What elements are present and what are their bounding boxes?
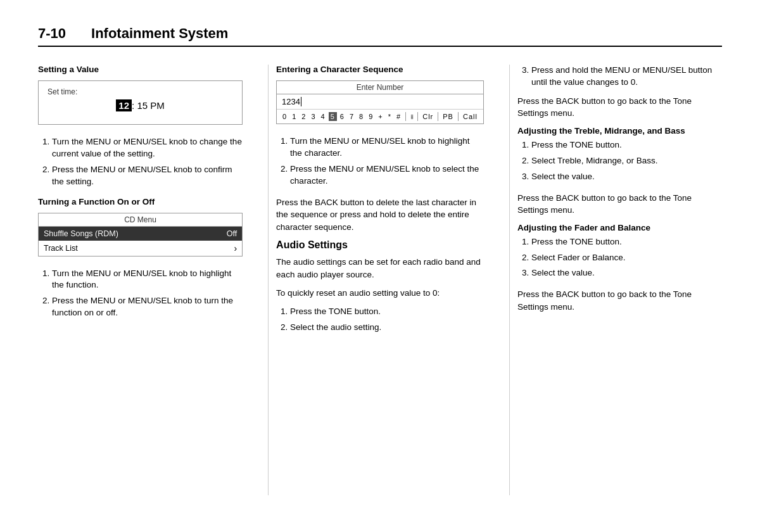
list-item: Select Fader or Balance. xyxy=(531,252,722,264)
kb-key-0: 0 xyxy=(281,112,289,121)
enter-number-box: Enter Number 1234 0 1 2 3 4 5 6 7 8 9 + … xyxy=(276,80,484,124)
kb-key-2: 2 xyxy=(300,112,308,121)
kb-key-4: 4 xyxy=(319,112,327,121)
section1-heading: Setting a Value xyxy=(38,65,243,74)
keyboard-row: 0 1 2 3 4 5 6 7 8 9 + * # ⁞⁞ Clr PB xyxy=(277,110,483,124)
audio-steps-list: Press the TONE button. Select the audio … xyxy=(276,306,484,334)
list-item: Select the value. xyxy=(531,171,722,183)
content-area: Setting a Value Set time: 12: 15 PM Turn… xyxy=(38,65,722,495)
char-steps-list: Turn the MENU or MENU/SEL knob to highli… xyxy=(276,136,484,187)
step3-list: Press and hold the MENU or MENU/SEL butt… xyxy=(517,65,722,89)
list-item: Turn the MENU or MENU/SEL knob to change… xyxy=(52,136,243,160)
back-note-1: Press the BACK button to go back to the … xyxy=(517,95,722,120)
list-item: Press the MENU or MENU/SEL knob to turn … xyxy=(52,295,243,319)
kb-key-6: 6 xyxy=(338,112,346,121)
list-item: Select Treble, Midrange, or Bass. xyxy=(531,155,722,167)
section2-heading: Turning a Function On or Off xyxy=(38,197,243,206)
cd-menu-item-arrow: › xyxy=(234,243,237,253)
section-char-heading: Entering a Character Sequence xyxy=(276,65,484,74)
list-item: Press the MENU or MENU/SEL knob to confi… xyxy=(52,164,243,188)
treble-steps-list: Press the TONE button. Select Treble, Mi… xyxy=(517,139,722,183)
kb-key-5: 5 xyxy=(329,112,337,121)
column-1: Setting a Value Set time: 12: 15 PM Turn… xyxy=(38,65,260,495)
audio-desc: The audio settings can be set for each r… xyxy=(276,256,484,281)
time-highlight: 12 xyxy=(116,99,132,111)
kb-key-star: * xyxy=(386,112,393,121)
time-display: 12: 15 PM xyxy=(48,100,233,111)
divider-2 xyxy=(509,65,510,495)
char-note: Press the BACK button to delete the last… xyxy=(276,196,484,234)
enter-number-title: Enter Number xyxy=(277,81,483,94)
page-number: 7-10 xyxy=(38,25,66,42)
list-item: Press the TONE button. xyxy=(531,236,722,248)
kb-separator-2 xyxy=(417,112,418,121)
kb-key-3: 3 xyxy=(309,112,317,121)
list-item: Press and hold the MENU or MENU/SEL butt… xyxy=(531,65,722,89)
back-note-2: Press the BACK button to go back to the … xyxy=(517,192,722,217)
list-item: Press the MENU or MENU/SEL knob to selec… xyxy=(290,163,484,187)
list-item: Turn the MENU or MENU/SEL knob to highli… xyxy=(52,268,243,292)
cd-menu-title: CD Menu xyxy=(39,213,242,227)
column-2: Entering a Character Sequence Enter Numb… xyxy=(276,65,502,495)
list-item: Select the audio setting. xyxy=(290,322,484,334)
kb-key-8: 8 xyxy=(357,112,365,121)
cd-menu-item-value: Off xyxy=(227,229,237,238)
enter-number-value: 1234 xyxy=(282,97,300,106)
adj-treble-heading: Adjusting the Treble, Midrange, and Bass xyxy=(517,126,722,136)
list-item: Press the TONE button. xyxy=(531,139,722,151)
cd-menu-item-label: Shuffle Songs (RDM) xyxy=(44,229,118,238)
kb-key-9: 9 xyxy=(367,112,375,121)
divider-1 xyxy=(268,65,269,495)
cd-menu-item-tracklist: Track List › xyxy=(39,241,242,256)
kb-key-bars: ⁞⁞ xyxy=(408,113,415,121)
steps2-list: Turn the MENU or MENU/SEL knob to highli… xyxy=(38,268,243,320)
kb-key-call: Call xyxy=(461,112,479,121)
kb-separator-4 xyxy=(458,112,459,121)
list-item: Turn the MENU or MENU/SEL knob to highli… xyxy=(290,136,484,160)
kb-key-7: 7 xyxy=(348,112,356,121)
audio-note: To quickly reset an audio setting value … xyxy=(276,287,484,300)
page-title: Infotainment System xyxy=(91,25,228,42)
column-3: Press and hold the MENU or MENU/SEL butt… xyxy=(517,65,722,495)
kb-key-clr: Clr xyxy=(421,112,435,121)
kb-key-hash: # xyxy=(395,112,403,121)
cd-menu-item-shuffle: Shuffle Songs (RDM) Off xyxy=(39,227,242,241)
kb-key-pb: PB xyxy=(441,112,455,121)
cd-menu-item-label: Track List xyxy=(44,244,78,253)
page-header: 7-10 Infotainment System xyxy=(38,25,722,47)
fader-steps-list: Press the TONE button. Select Fader or B… xyxy=(517,236,722,280)
cursor xyxy=(301,97,304,106)
steps1-list: Turn the MENU or MENU/SEL knob to change… xyxy=(38,136,243,188)
cd-menu-box: CD Menu Shuffle Songs (RDM) Off Track Li… xyxy=(38,213,243,256)
set-time-box: Set time: 12: 15 PM xyxy=(38,80,243,125)
adj-fader-heading: Adjusting the Fader and Balance xyxy=(517,223,722,232)
enter-number-input: 1234 xyxy=(277,94,483,110)
time-rest: : 15 PM xyxy=(132,100,165,111)
audio-settings-heading: Audio Settings xyxy=(276,239,484,251)
kb-separator-1 xyxy=(405,112,406,121)
back-note-3: Press the BACK button to go back to the … xyxy=(517,288,722,313)
set-time-label: Set time: xyxy=(48,87,233,96)
kb-separator-3 xyxy=(438,112,438,121)
list-item: Press the TONE button. xyxy=(290,306,484,318)
kb-key-plus: + xyxy=(376,112,384,121)
list-item: Select the value. xyxy=(531,267,722,279)
kb-key-1: 1 xyxy=(290,112,298,121)
